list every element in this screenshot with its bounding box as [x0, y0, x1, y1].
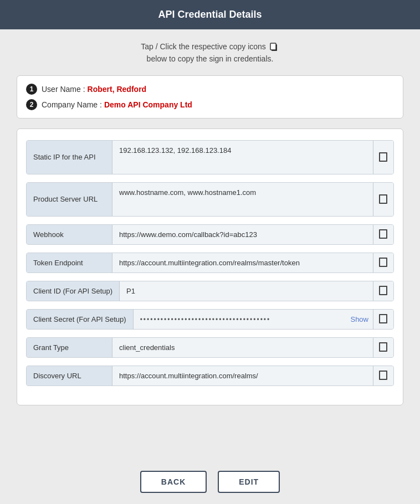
company-row: 2 Company Name : Demo API Company Ltd	[26, 99, 394, 110]
footer: BACK EDIT	[0, 460, 420, 504]
field-row-3: Token Endpointhttps://account.multiinteg…	[26, 253, 394, 273]
copy-button-6[interactable]	[373, 338, 393, 357]
field-label-0: Static IP for the API	[27, 141, 112, 174]
field-label-3: Token Endpoint	[27, 253, 112, 272]
page-title: API Credential Details	[158, 9, 262, 20]
svg-rect-1	[270, 43, 276, 50]
copy-button-5[interactable]	[373, 310, 393, 329]
field-row-1: Product Server URLwww.hostname.com, www.…	[26, 182, 394, 217]
field-value-0: 192.168.123.132, 192.168.123.184	[112, 141, 373, 174]
field-label-5: Client Secret (For API Setup)	[27, 310, 134, 329]
user-info-box: 1 User Name : Robert, Redford 2 Company …	[17, 75, 403, 119]
copy-button-1[interactable]	[373, 183, 393, 216]
field-row-5: Client Secret (For API Setup)•••••••••••…	[26, 309, 394, 330]
field-value-3: https://account.multiintegration.com/rea…	[112, 253, 373, 272]
copy-icon-2	[379, 229, 388, 239]
field-value-1: www.hostname.com, www.hostname1.com	[112, 183, 373, 216]
page-header: API Credential Details	[0, 0, 420, 29]
field-value-2: https://www.demo.com/callback?id=abc123	[112, 225, 373, 244]
copy-icon-inline	[270, 43, 278, 52]
field-label-4: Client ID (For API Setup)	[27, 281, 120, 301]
edit-button[interactable]: EDIT	[218, 471, 280, 493]
copy-button-2[interactable]	[373, 225, 393, 244]
field-label-6: Grant Type	[27, 338, 112, 357]
copy-icon-6	[379, 342, 388, 352]
field-label-7: Discovery URL	[27, 366, 112, 385]
copy-icon-3	[379, 258, 388, 268]
back-button[interactable]: BACK	[140, 471, 207, 493]
copy-icon-7	[379, 371, 388, 380]
field-value-5: ••••••••••••••••••••••••••••••••••••••	[134, 310, 346, 329]
field-row-4: Client ID (For API Setup)P1	[26, 281, 394, 301]
secret-dots: ••••••••••••••••••••••••••••••••••••••	[140, 316, 271, 323]
field-row-6: Grant Typeclient_credentials	[26, 337, 394, 358]
instruction-text: Tap / Click the respective copy icons be…	[17, 40, 403, 65]
copy-button-4[interactable]	[373, 281, 393, 301]
field-value-6: client_credentials	[112, 338, 373, 357]
field-row-0: Static IP for the API192.168.123.132, 19…	[26, 140, 394, 174]
field-value-4: P1	[120, 281, 373, 301]
copy-button-3[interactable]	[373, 253, 393, 272]
copy-icon-5	[379, 314, 388, 324]
copy-button-0[interactable]	[373, 141, 393, 174]
badge-1: 1	[26, 84, 37, 95]
copy-icon-1	[379, 194, 388, 204]
copy-icon-4	[379, 286, 388, 296]
field-label-1: Product Server URL	[27, 183, 112, 216]
field-label-2: Webhook	[27, 225, 112, 244]
copy-icon-0	[379, 152, 388, 162]
field-value-7: https://account.multiintegration.com/rea…	[112, 366, 373, 385]
show-button-5[interactable]: Show	[346, 315, 373, 323]
username-row: 1 User Name : Robert, Redford	[26, 84, 394, 95]
badge-2: 2	[26, 99, 37, 110]
main-content: Tap / Click the respective copy icons be…	[0, 29, 420, 460]
username-value: Robert, Redford	[88, 85, 147, 94]
field-row-7: Discovery URLhttps://account.multiintegr…	[26, 366, 394, 386]
field-row-2: Webhookhttps://www.demo.com/callback?id=…	[26, 224, 394, 245]
credentials-box: Static IP for the API192.168.123.132, 19…	[17, 128, 403, 405]
company-value: Demo API Company Ltd	[104, 100, 192, 109]
copy-button-7[interactable]	[373, 366, 393, 385]
